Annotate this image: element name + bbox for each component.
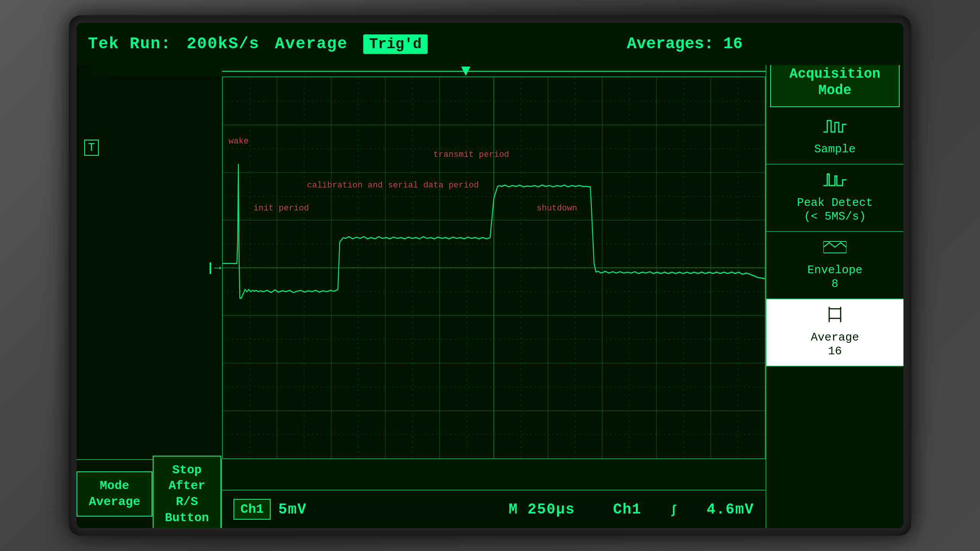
- init-period-label: init period: [253, 204, 309, 213]
- sample-label: Sample: [814, 143, 856, 156]
- ch1-ref: Ch1: [613, 501, 642, 518]
- mode-label: Average: [275, 35, 348, 53]
- svg-rect-38: [829, 309, 841, 318]
- envelope-icon: [770, 240, 900, 260]
- trigger-position-bar: [222, 66, 766, 77]
- envelope-button[interactable]: Envelope8: [766, 232, 903, 299]
- channel-info: Ch1 5mV: [234, 499, 307, 520]
- wake-label: wake: [229, 137, 249, 146]
- peak-detect-button[interactable]: Peak Detect(< 5MS/s): [766, 165, 903, 232]
- calibration-label: calibration and serial data period: [307, 181, 479, 190]
- peak-detect-label: Peak Detect(< 5MS/s): [797, 196, 873, 223]
- averages-display: Averages: 16: [627, 35, 743, 53]
- run-status-label: Tek Run:: [88, 35, 172, 53]
- trigger-slope-icon: ∫: [670, 503, 678, 517]
- screen: Tek Run: 200kS/s Average Trig'd Averages…: [77, 23, 903, 528]
- sample-mode-button[interactable]: Sample: [766, 111, 903, 165]
- ground-icon: |→: [207, 261, 221, 275]
- left-axis: |→ T: [77, 77, 222, 459]
- trigger-level-marker: T: [84, 140, 99, 156]
- averages-label: Averages:: [627, 35, 714, 53]
- stop-box[interactable]: Stop After R/S Button: [153, 456, 221, 528]
- ground-marker: |→: [207, 261, 221, 275]
- averages-value: 16: [724, 35, 743, 53]
- voltage-div: 5mV: [278, 501, 307, 518]
- sample-rate: 200kS/s: [187, 35, 260, 53]
- grid-area: wake init period calibration and serial …: [222, 77, 766, 459]
- mode-display-area: Mode Average Stop After R/S Button: [77, 459, 222, 528]
- trigger-badge: Trig'd: [363, 34, 428, 54]
- time-div-display: M 250µs Ch1 ∫ 4.6mV: [509, 501, 754, 518]
- time-div: M 250µs: [509, 501, 575, 518]
- envelope-label: Envelope8: [807, 264, 862, 290]
- mode-box[interactable]: Mode Average: [77, 471, 152, 516]
- sidebar: AcquisitionMode Sample: [766, 54, 903, 528]
- trigger-level-val: 4.6mV: [707, 501, 754, 518]
- grid-svg: [223, 77, 765, 458]
- shutdown-label: shutdown: [537, 204, 577, 213]
- header-bar: Tek Run: 200kS/s Average Trig'd Averages…: [77, 23, 903, 65]
- screen-bezel: Tek Run: 200kS/s Average Trig'd Averages…: [69, 15, 911, 536]
- average-button[interactable]: Average16: [766, 299, 903, 367]
- acquisition-mode-title: AcquisitionMode: [789, 66, 880, 98]
- sample-icon: [770, 119, 900, 139]
- stop-label: Stop After R/S Button: [165, 462, 209, 526]
- mode-label: Mode Average: [89, 478, 140, 510]
- trigger-line: [222, 71, 766, 72]
- peak-detect-icon: [770, 172, 900, 193]
- transmit-label: transmit period: [433, 150, 509, 160]
- average-icon: [770, 307, 900, 328]
- average-label: Average16: [811, 331, 859, 358]
- ch1-label: Ch1: [234, 499, 271, 520]
- oscilloscope-frame: Tek Run: 200kS/s Average Trig'd Averages…: [0, 0, 980, 551]
- bottom-status-bar: Ch1 5mV M 250µs Ch1 ∫ 4.6mV: [222, 490, 766, 528]
- run-info: Tek Run: 200kS/s Average Trig'd: [88, 34, 892, 54]
